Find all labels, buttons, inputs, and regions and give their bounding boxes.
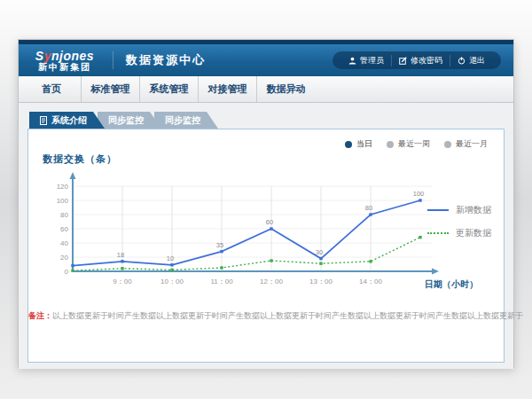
change-password-label: 修改密码 bbox=[411, 55, 442, 66]
chart-legend: 新增数据 更新数据 bbox=[427, 204, 491, 239]
logout-label: 退出 bbox=[469, 55, 485, 66]
footnote-text: 以上数据更新于时间产生数据以上数据更新于时间产生数据以上数据更新于时间产生数据以… bbox=[52, 311, 523, 320]
legend-item-updated-data: 更新数据 bbox=[427, 227, 491, 239]
radio-dot-icon bbox=[345, 141, 352, 148]
tab-system-intro-label: 系统介绍 bbox=[51, 114, 87, 127]
radio-today[interactable]: 当日 bbox=[345, 138, 372, 150]
header-actions-group: 管理员 修改密码 退出 bbox=[332, 51, 501, 69]
svg-text:30: 30 bbox=[316, 248, 323, 256]
main-window: Synjones 新中新集团 数据资源中心 管理员 修改密码 退出 bbox=[18, 39, 514, 368]
nav-item-interface-mgmt[interactable]: 对接管理 bbox=[198, 76, 256, 102]
tab-sync-monitor-1[interactable]: 同步监控 bbox=[98, 112, 161, 129]
logo-company-name: 新中新集团 bbox=[19, 63, 111, 73]
tab-sync-monitor-2-label: 同步监控 bbox=[165, 114, 200, 127]
radio-dot-icon bbox=[387, 141, 394, 148]
svg-text:60: 60 bbox=[266, 218, 273, 226]
svg-text:120: 120 bbox=[57, 183, 69, 191]
legend-new-data-label: 新增数据 bbox=[456, 204, 491, 216]
svg-text:35: 35 bbox=[216, 241, 223, 249]
radio-last-week[interactable]: 最近一周 bbox=[387, 138, 430, 150]
svg-text:20: 20 bbox=[60, 254, 68, 262]
svg-text:13：00: 13：00 bbox=[309, 278, 332, 286]
svg-text:40: 40 bbox=[60, 239, 68, 247]
admin-user-button[interactable]: 管理员 bbox=[341, 55, 391, 66]
company-logo: Synjones 新中新集团 bbox=[19, 48, 111, 72]
svg-text:80: 80 bbox=[365, 204, 372, 212]
document-icon bbox=[40, 116, 47, 125]
legend-line-solid-icon bbox=[427, 209, 449, 211]
main-navigation: 首页 标准管理 系统管理 对接管理 数据异动 bbox=[19, 76, 513, 103]
legend-updated-data-label: 更新数据 bbox=[456, 227, 491, 239]
legend-line-dotted-icon bbox=[427, 232, 449, 234]
nav-item-data-change[interactable]: 数据异动 bbox=[256, 76, 315, 102]
chart-panel: 当日 最近一周 最近一月 数据交换（条） 0204060801001209：00… bbox=[27, 129, 505, 363]
svg-text:14：00: 14：00 bbox=[359, 278, 382, 286]
change-password-button[interactable]: 修改密码 bbox=[391, 55, 450, 66]
tab-bar: 系统介绍 同步监控 同步监控 bbox=[29, 112, 505, 129]
svg-text:0: 0 bbox=[65, 268, 69, 276]
radio-last-month-label: 最近一月 bbox=[456, 138, 488, 150]
user-icon bbox=[348, 57, 356, 65]
radio-dot-icon bbox=[444, 141, 451, 148]
x-axis-title: 日期（小时） bbox=[425, 278, 478, 291]
svg-text:60: 60 bbox=[60, 225, 68, 233]
footnote: 备注：以上数据更新于时间产生数据以上数据更新于时间产生数据以上数据更新于时间产生… bbox=[28, 310, 504, 322]
nav-item-home[interactable]: 首页 bbox=[22, 76, 81, 102]
logo-wordmark: Synjones bbox=[19, 50, 111, 63]
radio-last-month[interactable]: 最近一月 bbox=[444, 138, 488, 150]
admin-user-label: 管理员 bbox=[360, 55, 384, 66]
chart-canvas: 0204060801001209：0010：0011：0012：0013：001… bbox=[46, 170, 443, 294]
footnote-prefix: 备注： bbox=[28, 311, 52, 320]
tab-sync-monitor-2[interactable]: 同步监控 bbox=[154, 112, 218, 129]
svg-text:11：00: 11：00 bbox=[210, 278, 233, 286]
tab-system-intro[interactable]: 系统介绍 bbox=[29, 112, 105, 129]
app-header: Synjones 新中新集团 数据资源中心 管理员 修改密码 退出 bbox=[19, 44, 513, 76]
svg-text:12：00: 12：00 bbox=[260, 278, 283, 286]
time-range-filter: 当日 最近一周 最近一月 bbox=[345, 138, 488, 150]
legend-item-new-data: 新增数据 bbox=[427, 204, 491, 216]
content-area: 系统介绍 同步监控 同步监控 当日 最近一周 bbox=[19, 103, 513, 369]
svg-text:100: 100 bbox=[413, 190, 425, 198]
edit-icon bbox=[399, 57, 407, 65]
nav-item-standard-mgmt[interactable]: 标准管理 bbox=[81, 76, 139, 102]
power-icon bbox=[458, 57, 466, 65]
radio-today-label: 当日 bbox=[356, 138, 372, 150]
svg-text:100: 100 bbox=[57, 197, 69, 205]
tab-sync-monitor-1-label: 同步监控 bbox=[108, 114, 144, 127]
radio-last-week-label: 最近一周 bbox=[398, 138, 430, 150]
svg-text:10：00: 10：00 bbox=[160, 278, 184, 286]
line-chart: 0204060801001209：0010：0011：0012：0013：001… bbox=[46, 170, 443, 294]
page-title: 数据资源中心 bbox=[113, 51, 206, 69]
svg-text:18: 18 bbox=[117, 251, 124, 259]
svg-text:10: 10 bbox=[167, 254, 174, 262]
logout-button[interactable]: 退出 bbox=[450, 55, 492, 66]
svg-text:80: 80 bbox=[60, 211, 68, 219]
svg-text:9：00: 9：00 bbox=[113, 278, 132, 286]
nav-item-system-mgmt[interactable]: 系统管理 bbox=[139, 76, 198, 102]
y-axis-title: 数据交换（条） bbox=[43, 153, 117, 166]
